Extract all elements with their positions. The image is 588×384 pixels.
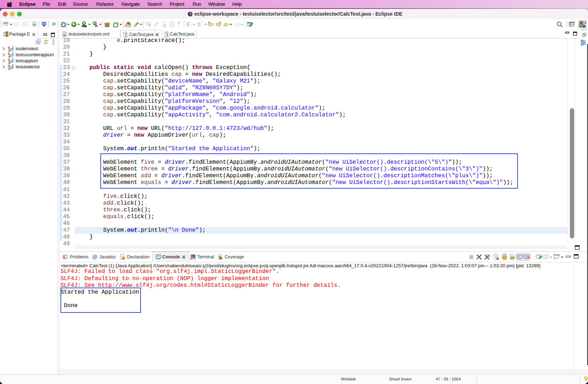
svg-text:M: M [63,33,66,37]
svg-text:M: M [8,64,10,67]
svg-text:M: M [8,58,10,61]
svg-text:J: J [166,33,168,37]
svg-text:M: M [8,52,10,55]
svg-text:J: J [125,33,127,37]
svg-text:@: @ [92,254,97,260]
svg-text:M: M [8,46,10,49]
